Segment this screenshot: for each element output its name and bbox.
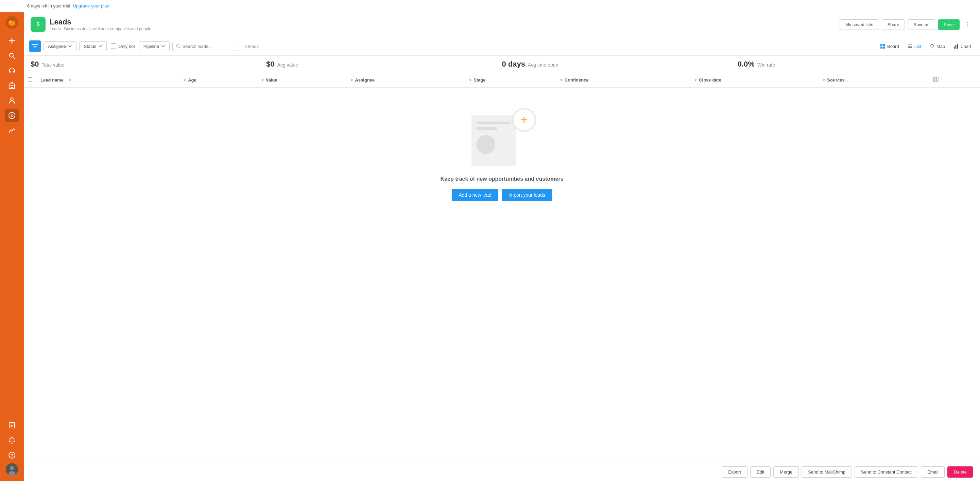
trial-message: 6 days left in your trial	[27, 3, 70, 8]
sidebar-search-icon[interactable]	[5, 49, 19, 62]
sidebar-help-icon[interactable]: ?	[5, 448, 19, 462]
import-leads-button[interactable]: Import your leads	[502, 189, 552, 201]
svg-rect-41	[937, 77, 938, 82]
sidebar-leads-icon[interactable]: $	[5, 109, 19, 122]
svg-text:🍊: 🍊	[8, 19, 16, 26]
svg-rect-40	[935, 77, 937, 82]
mailchimp-button[interactable]: Send to MailChimp	[802, 467, 852, 478]
pipeline-filter[interactable]: Pipeline	[139, 41, 170, 51]
only-hot-checkbox[interactable]	[111, 43, 116, 49]
svg-rect-6	[9, 71, 11, 73]
empty-plus-icon: +	[512, 108, 536, 132]
save-button[interactable]: Save	[938, 19, 959, 30]
svg-rect-28	[880, 44, 883, 46]
value-header[interactable]: ▼ Value	[257, 73, 346, 87]
svg-point-12	[11, 98, 13, 100]
list-view-button[interactable]: List	[904, 41, 924, 51]
user-avatar[interactable]	[6, 464, 18, 476]
add-new-lead-button[interactable]: Add a new lead	[452, 189, 498, 201]
page-icon: $	[30, 17, 46, 32]
trial-banner: 6 days left in your trial Upgrade your p…	[0, 0, 980, 12]
svg-rect-38	[957, 44, 958, 49]
filter-icon: ▼	[468, 78, 472, 82]
svg-text:?: ?	[11, 453, 13, 458]
board-view-button[interactable]: Board	[877, 41, 902, 51]
lead-count: 0 leads	[244, 44, 259, 49]
constant-contact-button[interactable]: Send to Constant Contact	[854, 467, 918, 478]
merge-button[interactable]: Merge	[773, 467, 799, 478]
svg-rect-31	[883, 46, 885, 49]
sort-icon: ↕	[65, 78, 67, 82]
filter-icon: ▼	[350, 78, 354, 82]
avg-value-stat: $0 Avg value	[266, 60, 502, 68]
svg-rect-9	[11, 85, 11, 86]
age-header[interactable]: ▼ Age	[179, 73, 257, 87]
confidence-header[interactable]: ▼ Confidence	[555, 73, 690, 87]
sources-header[interactable]: ▼ Sources	[818, 73, 928, 87]
bottom-bar: Export Edit Merge Send to MailChimp Send…	[24, 463, 980, 481]
empty-doc-circle	[477, 135, 495, 154]
search-container	[172, 42, 240, 51]
filter-icon: ▼	[183, 78, 187, 82]
sidebar-analytics-icon[interactable]	[5, 124, 19, 137]
export-button[interactable]: Export	[722, 467, 748, 478]
view-switcher: Board List Map	[877, 41, 975, 51]
map-view-button[interactable]: Map	[926, 41, 948, 51]
assignee-filter[interactable]: Assignee	[43, 41, 76, 51]
header-actions: My saved lists Share Save as Save ⋮	[840, 19, 973, 30]
chevron-down-icon	[161, 44, 165, 48]
delete-button[interactable]: Delete	[947, 467, 973, 478]
email-button[interactable]: Email	[921, 467, 945, 478]
columns-icon	[933, 76, 939, 83]
sidebar-notifications-icon[interactable]	[5, 433, 19, 447]
filter-bar: Assignee Status Only hot Pipeline	[24, 37, 980, 56]
search-input[interactable]	[183, 44, 237, 49]
table-container: Lead name ↕ ▼ ▼ Age	[24, 73, 980, 463]
sidebar-person-icon[interactable]	[5, 94, 19, 107]
sidebar-reports-icon[interactable]	[5, 419, 19, 432]
svg-rect-30	[880, 46, 883, 49]
table-header-row: Lead name ↕ ▼ ▼ Age	[24, 73, 980, 87]
more-options-button[interactable]: ⋮	[963, 19, 973, 30]
filter-active-button[interactable]	[29, 40, 41, 52]
filter-icon: ▼	[822, 78, 826, 82]
svg-rect-37	[956, 45, 956, 49]
sidebar-building-icon[interactable]	[5, 79, 19, 92]
svg-point-22	[10, 466, 14, 470]
close-date-header[interactable]: ▼ Close date	[690, 73, 818, 87]
svg-text:$: $	[11, 114, 13, 118]
total-value-stat: $0 Total value	[30, 60, 266, 68]
sidebar: 🍊	[0, 12, 24, 481]
empty-doc-line-short	[477, 127, 497, 130]
my-saved-lists-button[interactable]: My saved lists	[840, 19, 879, 30]
only-hot-filter[interactable]: Only hot	[110, 41, 136, 51]
empty-state-message: Keep track of new opportunities and cust…	[441, 176, 563, 182]
svg-point-35	[931, 44, 934, 47]
edit-button[interactable]: Edit	[750, 467, 771, 478]
empty-illustration: +	[468, 108, 536, 169]
svg-line-5	[13, 57, 14, 59]
filter-icon: ▼	[68, 78, 72, 82]
chevron-down-icon	[68, 44, 72, 48]
upgrade-link[interactable]: Upgrade your plan	[73, 3, 109, 8]
sidebar-headset-icon[interactable]	[5, 64, 19, 78]
columns-config-header[interactable]	[929, 73, 980, 87]
win-rate-stat: 0.0% Win rate	[738, 60, 973, 68]
svg-rect-10	[12, 85, 13, 86]
svg-text:$: $	[37, 21, 40, 27]
stage-header[interactable]: ▼ Stage	[465, 73, 555, 87]
lead-name-header[interactable]: Lead name ↕ ▼	[37, 73, 179, 87]
select-all-checkbox[interactable]	[28, 78, 32, 82]
save-as-button[interactable]: Save as	[908, 19, 935, 30]
chart-view-button[interactable]: Chart	[950, 41, 975, 51]
page-title-group: Leads Leads Business deals with your com…	[49, 17, 835, 31]
status-filter[interactable]: Status	[79, 41, 107, 51]
sidebar-bottom: ?	[5, 419, 19, 478]
share-button[interactable]: Share	[882, 19, 905, 30]
logo[interactable]: 🍊	[5, 15, 19, 30]
svg-rect-36	[954, 46, 955, 49]
assignee-header[interactable]: ▼ Assignee	[346, 73, 465, 87]
stats-bar: $0 Total value $0 Avg value 0 days Avg t…	[24, 56, 980, 73]
sidebar-add-icon[interactable]	[5, 34, 19, 48]
logo-icon: 🍊	[5, 16, 18, 29]
